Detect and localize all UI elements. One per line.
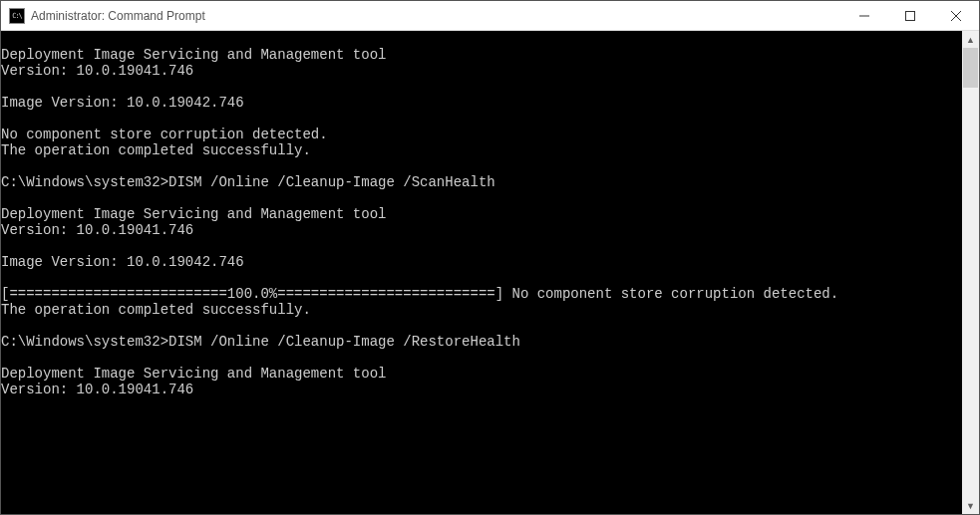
window-controls	[841, 1, 979, 30]
close-button[interactable]	[933, 1, 979, 30]
scroll-down-button[interactable]: ▼	[962, 497, 979, 514]
window-title: Administrator: Command Prompt	[31, 9, 205, 23]
cmd-icon: C:\	[9, 8, 25, 24]
console-area: Deployment Image Servicing and Managemen…	[1, 31, 979, 514]
titlebar[interactable]: C:\ Administrator: Command Prompt	[1, 1, 979, 31]
scroll-up-button[interactable]: ▲	[962, 31, 979, 48]
minimize-button[interactable]	[841, 1, 887, 30]
scroll-track[interactable]	[962, 48, 979, 497]
console-output[interactable]: Deployment Image Servicing and Managemen…	[1, 31, 962, 514]
scroll-thumb[interactable]	[963, 48, 978, 88]
maximize-button[interactable]	[887, 1, 933, 30]
svg-rect-1	[906, 11, 915, 20]
command-prompt-window: C:\ Administrator: Command Prompt Deploy…	[0, 0, 980, 515]
vertical-scrollbar[interactable]: ▲ ▼	[962, 31, 979, 514]
